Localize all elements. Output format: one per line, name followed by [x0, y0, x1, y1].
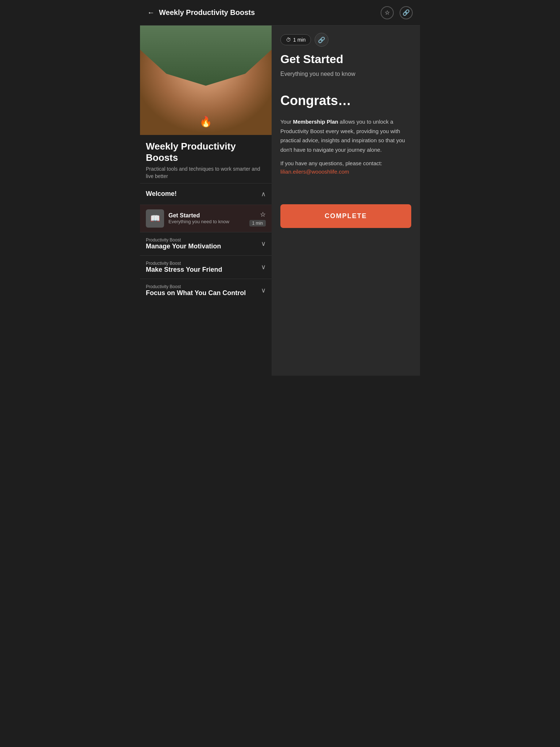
accordion-manage-motivation: Productivity Boost Manage Your Motivatio…	[140, 232, 272, 255]
accordion-make-stress-category: Productivity Boost	[146, 261, 261, 266]
series-title-section: Weekly Productivity Boosts Practical too…	[140, 135, 272, 183]
back-icon[interactable]: ←	[147, 8, 155, 17]
content-meta-row: ⏱ 1 min 🔗	[280, 33, 411, 47]
lesson-book-icon: 📖	[146, 209, 164, 228]
get-started-lesson[interactable]: 📖 Get Started Everything you need to kno…	[140, 205, 272, 232]
accordion-make-stress: Productivity Boost Make Stress Your Frie…	[140, 255, 272, 279]
time-label: 1 min	[293, 37, 306, 43]
link-icon-button[interactable]: 🔗	[315, 33, 328, 47]
time-badge: ⏱ 1 min	[280, 34, 311, 45]
lesson-name: Get Started	[168, 212, 245, 219]
contact-text: If you have any questions, please contac…	[280, 160, 411, 166]
accordion-manage-motivation-row[interactable]: Productivity Boost Manage Your Motivatio…	[140, 232, 272, 255]
accordion-focus-control-category: Productivity Boost	[146, 284, 261, 289]
accordion-make-stress-content: Productivity Boost Make Stress Your Frie…	[146, 261, 261, 274]
accordion-manage-motivation-chevron: ∨	[261, 240, 266, 248]
accordion-manage-motivation-content: Productivity Boost Manage Your Motivatio…	[146, 237, 261, 250]
complete-btn-area: COMPLETE	[280, 197, 411, 232]
header-left: ← Weekly Productivity Boosts	[147, 8, 255, 17]
series-subtitle: Practical tools and techniques to work s…	[146, 166, 266, 180]
accordion-manage-motivation-title: Manage Your Motivation	[146, 243, 261, 250]
welcome-accordion: Welcome! ∧ 📖 Get Started Everything you …	[140, 183, 272, 232]
lesson-info: Get Started Everything you need to know	[168, 212, 245, 224]
accordion-manage-motivation-category: Productivity Boost	[146, 237, 261, 243]
flame-icon: 🔥	[199, 116, 212, 128]
accordion-make-stress-chevron: ∨	[261, 263, 266, 271]
lesson-star-icon[interactable]: ☆	[260, 210, 266, 218]
favorite-button[interactable]: ☆	[381, 6, 394, 19]
accordion-focus-control: Productivity Boost Focus on What You Can…	[140, 279, 272, 302]
content-desc: Everything you need to know	[280, 70, 411, 78]
accordion-focus-control-chevron: ∨	[261, 286, 266, 294]
accordion-focus-control-title: Focus on What You Can Control	[146, 289, 261, 297]
contact-email-link[interactable]: lilian.eilers@woooshlife.com	[280, 169, 349, 175]
welcome-chevron-up: ∧	[261, 190, 266, 198]
welcome-accordion-header[interactable]: Welcome! ∧	[140, 183, 272, 205]
share-button[interactable]: 🔗	[400, 6, 413, 19]
content-title: Get Started	[280, 53, 411, 66]
accordion-focus-control-row[interactable]: Productivity Boost Focus on What You Can…	[140, 279, 272, 302]
left-column: 🔥 Weekly Productivity Boosts Practical t…	[140, 26, 272, 302]
welcome-label: Welcome!	[146, 190, 177, 198]
lesson-meta: ☆ 1 min	[249, 210, 266, 227]
header-right: ☆ 🔗	[381, 6, 413, 19]
clock-icon: ⏱	[286, 37, 291, 43]
accordion-make-stress-title: Make Stress Your Friend	[146, 266, 261, 274]
main-layout: 🔥 Weekly Productivity Boosts Practical t…	[140, 26, 420, 376]
hero-image: 🔥	[140, 26, 272, 135]
header-title: Weekly Productivity Boosts	[159, 8, 255, 17]
header: ← Weekly Productivity Boosts ☆ 🔗	[140, 0, 420, 26]
right-column: ⏱ 1 min 🔗 Get Started Everything you nee…	[272, 26, 420, 376]
series-main-title: Weekly Productivity Boosts	[146, 141, 266, 163]
complete-button[interactable]: COMPLETE	[280, 204, 411, 228]
accordion-make-stress-row[interactable]: Productivity Boost Make Stress Your Frie…	[140, 256, 272, 279]
congrats-title: Congrats…	[280, 93, 411, 108]
lesson-desc: Everything you need to know	[168, 219, 245, 224]
membership-plan-label: Membership Plan	[293, 119, 338, 125]
congrats-body: Your Membership Plan allows you to unloc…	[280, 117, 411, 154]
lesson-time-badge: 1 min	[249, 220, 266, 227]
accordion-focus-control-content: Productivity Boost Focus on What You Can…	[146, 284, 261, 297]
